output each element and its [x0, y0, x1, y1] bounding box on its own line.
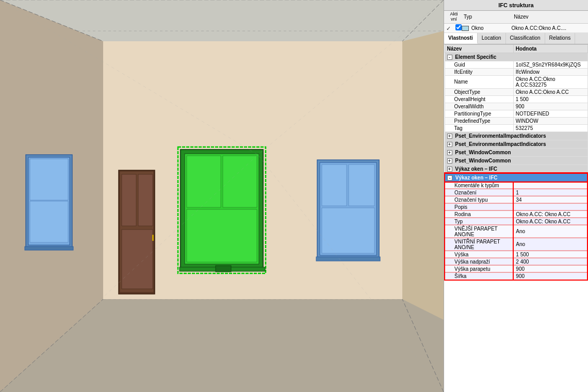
col-value-header: Hodnota — [513, 44, 587, 53]
prop-name: Name — [445, 75, 513, 88]
tab-classification[interactable]: Classification — [506, 33, 545, 44]
table-row: VNĚJŠÍ PARAPET ANO/NE Ano — [445, 225, 587, 238]
prop-value: Ano — [513, 238, 587, 251]
prop-value: 1oISZ_9Sn2YR684x9KjZQS — [513, 61, 587, 68]
table-row: OverallWidth 900 — [445, 103, 587, 110]
group-header-vykaz-ifc-top[interactable]: + Výkaz oken – IFC — [445, 165, 587, 173]
group-expand-icon[interactable]: + — [447, 158, 452, 164]
prop-name: OverallWidth — [445, 103, 513, 110]
panel-toolbar: Aktivní Typ Název — [444, 11, 588, 24]
table-row: Tag 532275 — [445, 124, 587, 132]
tab-vlastnosti[interactable]: Vlastnosti — [444, 33, 478, 44]
panel-tabs: Vlastnosti Location Classification Relat… — [444, 33, 588, 44]
svg-rect-30 — [322, 208, 374, 253]
prop-value: Okno A.CC:Okno A.CC:532275 — [513, 75, 587, 88]
svg-rect-28 — [322, 165, 347, 206]
prop-value: 532275 — [513, 124, 587, 132]
table-row: Guid 1oISZ_9Sn2YR684x9KjZQS — [445, 61, 587, 68]
prop-value: 900 — [513, 265, 587, 272]
col-name-header: Název — [445, 44, 513, 53]
prop-name: Šířka — [445, 272, 513, 280]
col-nazev-header: Název — [514, 14, 586, 20]
prop-name: Komentáře k typům — [445, 182, 513, 189]
table-header-row: Název Hodnota — [445, 44, 587, 53]
window-icon — [462, 26, 469, 31]
group-header-vykaz-ifc[interactable]: - Výkaz oken – IFC — [445, 173, 587, 182]
svg-rect-14 — [122, 174, 136, 226]
group-header-pset-wc1[interactable]: + Pset_WindowCommon — [445, 148, 587, 156]
svg-rect-21 — [223, 156, 257, 207]
group-label: Pset_EnvironmentalImpactIndicators — [455, 133, 546, 139]
svg-rect-34 — [30, 159, 68, 200]
typ-label: Okno — [471, 25, 484, 31]
table-row: ObjectType Okno A.CC:Okno A.CC — [445, 88, 587, 95]
prop-value: 900 — [513, 272, 587, 280]
table-row: Výška 1 500 — [445, 251, 587, 258]
prop-name: Guid — [445, 61, 513, 68]
group-label: Element Specific — [455, 54, 496, 60]
table-row: Označení 1 — [445, 189, 587, 196]
prop-value: 900 — [513, 103, 587, 110]
prop-name: PartitioningType — [445, 110, 513, 117]
group-header-element-specific[interactable]: - Element Specific — [445, 53, 587, 61]
prop-value: Ano — [513, 225, 587, 238]
group-expand-icon[interactable]: - — [447, 55, 452, 60]
prop-name: ObjectType — [445, 88, 513, 95]
group-header-pset-env2[interactable]: + Pset_EnvironmentalImpactIndicators — [445, 140, 587, 148]
col-typ-header: Typ — [464, 14, 512, 20]
table-row: Označení typu 34 — [445, 196, 587, 203]
prop-value: 34 — [513, 196, 587, 203]
table-row: OverallHeight 1 500 — [445, 95, 587, 103]
svg-rect-20 — [187, 156, 221, 207]
tab-location[interactable]: Location — [478, 33, 506, 44]
svg-rect-35 — [30, 201, 68, 242]
tab-relations[interactable]: Relations — [545, 33, 576, 44]
table-row: Popis — [445, 203, 587, 210]
prop-name: Označení typu — [445, 196, 513, 203]
svg-rect-17 — [152, 235, 154, 241]
prop-name: IfcEntity — [445, 68, 513, 75]
group-header-pset-wc2[interactable]: + Pset_WindowCommon — [445, 156, 587, 165]
aktiv-checkbox[interactable] — [455, 24, 462, 30]
prop-name: VNITŘNÍ PARAPET ANO/NE — [445, 238, 513, 251]
group-label: Pset_WindowCommon — [455, 150, 511, 155]
group-expand-icon[interactable]: + — [447, 142, 452, 147]
object-row[interactable]: ✓ Okno Okno A.CC:Okno A.C.... — [444, 24, 588, 33]
table-row: Rodina Okno A.CC: Okno A.CC — [445, 210, 587, 218]
table-row: PredefinedType WINDOW — [445, 117, 587, 124]
table-row: Typ Okno A.CC: Okno A.CC — [445, 218, 587, 225]
prop-value: IfcWindow — [513, 68, 587, 75]
group-expand-icon[interactable]: + — [447, 167, 452, 172]
app-container: IFC struktura Aktivní Typ Název ✓ Okno O… — [0, 0, 588, 392]
group-expand-icon[interactable]: + — [447, 134, 452, 139]
prop-value — [513, 182, 587, 189]
table-row: Name Okno A.CC:Okno A.CC:532275 — [445, 75, 587, 88]
group-expand-icon[interactable]: + — [447, 150, 452, 155]
group-label: Výkaz oken – IFC — [455, 166, 497, 172]
svg-rect-29 — [349, 165, 374, 206]
group-expand-icon[interactable]: - — [447, 175, 452, 181]
group-header-pset-env1[interactable]: + Pset_EnvironmentalImpactIndicators — [445, 132, 587, 140]
table-row: IfcEntity IfcWindow — [445, 68, 587, 75]
svg-rect-16 — [122, 230, 153, 289]
prop-value: Okno A.CC:Okno A.CC — [513, 88, 587, 95]
check-icon: ✓ — [446, 25, 451, 31]
properties-area[interactable]: Název Hodnota - Element Specific Guid 1o… — [444, 44, 588, 392]
svg-rect-31 — [316, 257, 380, 261]
prop-name: Výška nadpraží — [445, 258, 513, 265]
table-row: Komentáře k typům — [445, 182, 587, 189]
prop-name: Rodina — [445, 210, 513, 218]
prop-value: 1 — [513, 189, 587, 196]
typ-cell: Okno — [462, 25, 511, 31]
table-row: Výška nadpraží 2 400 — [445, 258, 587, 265]
prop-value: WINDOW — [513, 117, 587, 124]
prop-value: 2 400 — [513, 258, 587, 265]
group-label: Pset_WindowCommon — [455, 158, 511, 164]
table-row: VNITŘNÍ PARAPET ANO/NE Ano — [445, 238, 587, 251]
svg-rect-22 — [187, 209, 257, 262]
viewport-3d[interactable] — [0, 0, 444, 392]
svg-rect-25 — [216, 266, 231, 272]
col-aktiv-header: Aktivní — [446, 12, 462, 22]
prop-name: Označení — [445, 189, 513, 196]
nazev-cell: Okno A.CC:Okno A.C.... — [511, 25, 586, 31]
